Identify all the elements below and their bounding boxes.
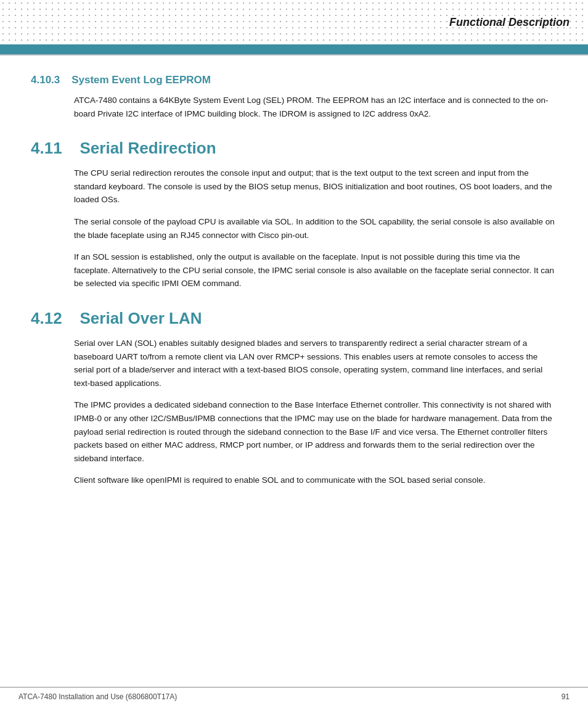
section-4-11-title: Serial Redirection bbox=[80, 139, 216, 157]
gray-stripe bbox=[0, 54, 588, 55]
section-4-10-3: 4.10.3 System Event Log EEPROM ATCA-7480… bbox=[31, 74, 557, 120]
section-4-10-3-paragraph: ATCA-7480 contains a 64KByte System Even… bbox=[74, 94, 557, 120]
section-4-12-paragraph3: Client software like openIPMI is require… bbox=[74, 474, 557, 487]
section-4-12-paragraph2: The IPMC provides a dedicated sideband c… bbox=[74, 398, 557, 465]
section-4-11: 4.11 Serial Redirection The CPU serial r… bbox=[31, 139, 557, 290]
section-4-11-paragraph2: The serial console of the payload CPU is… bbox=[74, 215, 557, 242]
section-4-11-heading: 4.11 Serial Redirection bbox=[31, 139, 557, 158]
section-4-10-3-number: 4.10.3 bbox=[31, 74, 60, 86]
section-4-10-3-title: System Event Log EEPROM bbox=[71, 74, 211, 86]
page-title: Functional Description bbox=[449, 16, 570, 29]
main-content: 4.10.3 System Event Log EEPROM ATCA-7480… bbox=[0, 55, 588, 524]
footer-right: 91 bbox=[561, 692, 570, 701]
header-title-bar: Functional Description bbox=[0, 0, 588, 44]
section-4-12-heading: 4.12 Serial Over LAN bbox=[31, 309, 557, 328]
section-4-12: 4.12 Serial Over LAN Serial over LAN (SO… bbox=[31, 309, 557, 487]
section-4-11-paragraph1: The CPU serial redirection reroutes the … bbox=[74, 166, 557, 207]
section-4-12-number: 4.12 bbox=[31, 309, 62, 327]
footer-left: ATCA-7480 Installation and Use (6806800T… bbox=[18, 692, 177, 701]
section-4-11-paragraph3: If an SOL session is established, only t… bbox=[74, 250, 557, 290]
section-4-12-title: Serial Over LAN bbox=[80, 309, 202, 327]
header: Functional Description bbox=[0, 0, 588, 55]
section-4-11-number: 4.11 bbox=[31, 139, 62, 157]
section-4-10-3-heading: 4.10.3 System Event Log EEPROM bbox=[31, 74, 557, 86]
footer: ATCA-7480 Installation and Use (6806800T… bbox=[0, 687, 588, 706]
section-4-12-paragraph1: Serial over LAN (SOL) enables suitably d… bbox=[74, 337, 557, 390]
